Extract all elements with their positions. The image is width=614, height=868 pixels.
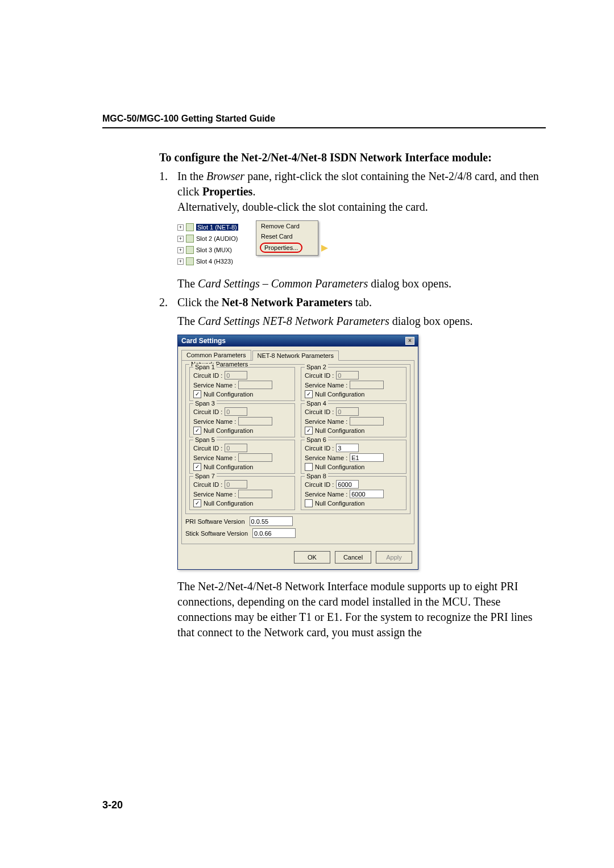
- null-config-checkbox[interactable]: Null Configuration: [305, 463, 403, 471]
- span-title: Span 8: [305, 473, 328, 479]
- step1-browser-ital: Browser: [206, 170, 244, 182]
- after-tree-post: dialog box opens.: [368, 277, 451, 290]
- card-icon: [186, 257, 194, 265]
- null-config-checkbox[interactable]: ✓Null Configuration: [193, 499, 291, 507]
- null-config-checkbox[interactable]: ✓Null Configuration: [305, 390, 403, 398]
- span-title: Span 6: [305, 436, 328, 443]
- span-title: Span 3: [193, 400, 217, 407]
- checkbox-icon: [305, 499, 313, 507]
- group-network-parameters: Network Parameters Span 1Circuit ID :Ser…: [185, 364, 410, 514]
- dialog-title: Card Settings: [181, 337, 226, 345]
- circuit-id-label: Circuit ID :: [193, 408, 222, 415]
- ok-button[interactable]: OK: [294, 551, 330, 564]
- step-1: 1. In the Browser pane, right-click the …: [159, 169, 540, 215]
- null-config-label: Null Configuration: [204, 391, 253, 398]
- expand-icon[interactable]: +: [177, 236, 184, 242]
- null-config-checkbox[interactable]: ✓Null Configuration: [305, 427, 403, 435]
- paragraph-after-dialog: The Net-2/Net-4/Net-8 Network Interface …: [177, 579, 540, 640]
- circuit-id-input: [225, 444, 247, 452]
- tree-label-slot1: Slot 1 (NET-8): [196, 224, 238, 231]
- ctx-reset-card[interactable]: Reset Card: [256, 231, 318, 241]
- card-icon: [186, 223, 194, 231]
- apply-button[interactable]: Apply: [376, 551, 412, 564]
- null-config-label: Null Configuration: [315, 464, 364, 470]
- span-title: Span 5: [193, 436, 217, 443]
- card-icon: [186, 235, 194, 243]
- ctx-properties[interactable]: Properties...: [260, 243, 302, 253]
- service-name-input[interactable]: [350, 490, 384, 498]
- span-box-1: Span 1Circuit ID :Service Name :✓Null Co…: [189, 367, 295, 401]
- stick-version-label: Stick Software Version: [185, 530, 248, 537]
- span-box-5: Span 5Circuit ID :Service Name :✓Null Co…: [189, 440, 295, 474]
- step1-properties-bold: Properties: [202, 185, 253, 198]
- tree-figure: + Slot 1 (NET-8) + Slot 2 (AUDIO) + Slot…: [177, 219, 540, 269]
- tree-label-slot2: Slot 2 (AUDIO): [196, 235, 238, 242]
- card-icon: [186, 246, 194, 254]
- circuit-id-label: Circuit ID :: [305, 408, 334, 415]
- close-icon[interactable]: ×: [405, 337, 414, 345]
- after-step2-ital: Card Settings NET-8 Network Parameters: [198, 315, 389, 327]
- tree-label-slot3: Slot 3 (MUX): [196, 247, 232, 253]
- span-box-4: Span 4Circuit ID :Service Name :✓Null Co…: [301, 403, 406, 437]
- circuit-id-input[interactable]: [336, 444, 359, 452]
- service-name-input: [350, 417, 384, 425]
- circuit-id-label: Circuit ID :: [305, 445, 334, 452]
- step-1-number: 1.: [159, 169, 177, 215]
- tab-net8-network-parameters[interactable]: NET-8 Network Parameters: [252, 350, 339, 361]
- service-name-label: Service Name :: [193, 382, 236, 389]
- service-name-input: [238, 453, 272, 462]
- context-menu: Remove Card Reset Card Properties...: [256, 220, 318, 256]
- checkbox-icon: ✓: [193, 499, 201, 507]
- service-name-label: Service Name :: [305, 454, 347, 461]
- service-name-input: [350, 381, 384, 389]
- pri-version-label: PRI Software Version: [185, 518, 245, 525]
- step2-post: tab.: [352, 296, 372, 308]
- step-2: 2. Click the Net-8 Network Parameters ta…: [159, 295, 540, 310]
- checkbox-icon: ✓: [193, 427, 201, 435]
- service-name-input[interactable]: [350, 453, 384, 462]
- after-tree-sentence: The Card Settings – Common Parameters di…: [177, 276, 540, 291]
- span-box-6: Span 6Circuit ID :Service Name :Null Con…: [301, 440, 406, 474]
- null-config-label: Null Configuration: [315, 500, 364, 507]
- null-config-label: Null Configuration: [204, 464, 253, 470]
- tab-common-parameters[interactable]: Common Parameters: [181, 350, 251, 360]
- null-config-checkbox[interactable]: Null Configuration: [305, 499, 403, 507]
- step2-bold: Net-8 Network Parameters: [222, 296, 352, 308]
- dialog-titlebar[interactable]: Card Settings ×: [178, 335, 418, 347]
- null-config-checkbox[interactable]: ✓Null Configuration: [193, 427, 291, 435]
- circuit-id-label: Circuit ID :: [193, 445, 222, 452]
- doc-header: MGC-50/MGC-100 Getting Started Guide: [102, 114, 546, 124]
- circuit-id-label: Circuit ID :: [305, 372, 334, 379]
- expand-icon[interactable]: +: [177, 247, 184, 253]
- span-box-7: Span 7Circuit ID :Service Name :✓Null Co…: [189, 476, 295, 510]
- ctx-remove-card[interactable]: Remove Card: [256, 221, 318, 231]
- service-name-label: Service Name :: [305, 382, 347, 389]
- circuit-id-label: Circuit ID :: [193, 372, 222, 379]
- after-tree-ital: Card Settings – Common Parameters: [198, 277, 368, 290]
- header-rule: [102, 127, 546, 128]
- expand-icon[interactable]: +: [177, 224, 184, 231]
- circuit-id-input: [336, 407, 359, 416]
- checkbox-icon: ✓: [193, 390, 201, 398]
- null-config-checkbox[interactable]: ✓Null Configuration: [193, 463, 291, 471]
- service-name-input: [238, 381, 272, 389]
- null-config-checkbox[interactable]: ✓Null Configuration: [193, 390, 291, 398]
- cancel-button[interactable]: Cancel: [335, 551, 371, 564]
- circuit-id-input: [336, 371, 359, 379]
- tree-label-slot4: Slot 4 (H323): [196, 258, 233, 265]
- span-title: Span 7: [193, 473, 217, 479]
- after-step2-pre: The: [177, 315, 198, 327]
- circuit-id-input: [225, 480, 247, 489]
- step1-alt: Alternatively, double-click the slot con…: [177, 199, 540, 215]
- step1-text-a: In the: [177, 170, 206, 182]
- tree-row-slot4[interactable]: + Slot 4 (H323): [177, 256, 325, 267]
- span-title: Span 2: [305, 364, 328, 370]
- service-name-input: [238, 490, 272, 498]
- expand-icon[interactable]: +: [177, 258, 184, 265]
- null-config-label: Null Configuration: [204, 427, 253, 434]
- span-box-2: Span 2Circuit ID :Service Name :✓Null Co…: [301, 367, 406, 401]
- card-settings-dialog: Card Settings × Common Parameters NET-8 …: [177, 335, 418, 570]
- page-number: 3-20: [102, 799, 123, 811]
- span-box-8: Span 8Circuit ID :Service Name :Null Con…: [301, 476, 406, 510]
- circuit-id-input[interactable]: [336, 480, 359, 489]
